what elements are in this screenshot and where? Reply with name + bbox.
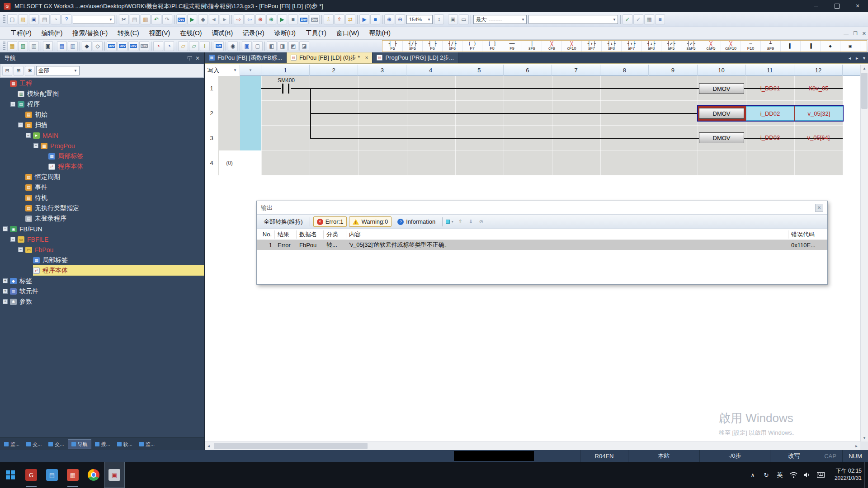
operand1-selected[interactable]: i_DD02 bbox=[746, 106, 794, 121]
cross-reference-icon[interactable]: ◇ bbox=[93, 41, 103, 51]
document-tab-FbPou [FB] [函数/FB标...[interactable]: ▦FbPou [FB] [函数/FB标... bbox=[205, 52, 287, 63]
window-cascade-icon[interactable]: ▣ bbox=[448, 14, 458, 24]
write-to-plc-icon[interactable]: ⇨ bbox=[234, 14, 244, 24]
statement-edit-icon[interactable]: ▱ bbox=[178, 41, 188, 51]
delete-vertical-line-button[interactable]: ╳cF10 bbox=[562, 41, 582, 52]
verify-result-icon[interactable]: ⊕ bbox=[266, 14, 276, 24]
tree-item-参数[interactable]: +参数 bbox=[0, 296, 204, 307]
vertical-scroll-thumb[interactable] bbox=[861, 73, 868, 109]
taskbar-clock[interactable]: 下午 02:15 2022/10/31 bbox=[827, 468, 864, 482]
horizontal-scroll-thumb[interactable] bbox=[214, 443, 368, 449]
tree-item-FB/FUN[interactable]: −FB/FUN bbox=[0, 224, 204, 234]
operand2-label[interactable]: v_05[64] bbox=[794, 134, 843, 141]
watch-monitor-red-icon[interactable]: ◔ bbox=[153, 41, 163, 51]
menu-工具(T)[interactable]: 工具(T) bbox=[301, 29, 331, 37]
rising-pulse-button[interactable]: ┤↑├sF7 bbox=[582, 41, 602, 52]
scroll-up-icon[interactable]: ▲ bbox=[861, 65, 868, 72]
instruction-b-button[interactable]: ▐ bbox=[801, 41, 821, 52]
sync-icon[interactable]: ↻ bbox=[760, 462, 773, 488]
sm-monitor-icon[interactable]: SM bbox=[214, 41, 224, 51]
tree-item-MAIN[interactable]: −MAIN bbox=[0, 130, 204, 141]
tree-item-事件[interactable]: 事件 bbox=[0, 182, 204, 192]
inline-st-icon[interactable]: I bbox=[200, 41, 210, 51]
display-window-icon[interactable]: ▣ bbox=[242, 41, 252, 51]
delete-branch-button[interactable]: ╳caF5 bbox=[701, 41, 721, 52]
save-icon[interactable]: ▣ bbox=[29, 14, 39, 24]
panel-tab-交...[interactable]: 交... bbox=[45, 439, 67, 449]
document-tab-ProgPou [PRG] [LD] 2步...[interactable]: ▤ProgPou [PRG] [LD] 2步... bbox=[373, 52, 458, 63]
panel-tab-交...[interactable]: 交... bbox=[23, 439, 45, 449]
falling-pulse-button[interactable]: ┤↓├sF8 bbox=[602, 41, 622, 52]
coil-button[interactable]: ( )F7 bbox=[462, 41, 482, 52]
expand-icon[interactable]: + bbox=[3, 278, 8, 283]
expand-icon[interactable]: + bbox=[3, 299, 8, 304]
vertical-scrollbar[interactable]: ▲ ▼ bbox=[860, 65, 868, 441]
jump-previous-icon[interactable]: ⇑ bbox=[456, 218, 464, 226]
maximize-button[interactable] bbox=[826, 0, 847, 12]
volume-icon[interactable] bbox=[800, 462, 814, 488]
column-header-no[interactable]: No. bbox=[257, 230, 275, 239]
tree-filter-select[interactable]: 全部 ▼ bbox=[36, 66, 80, 75]
device-read-icon[interactable]: Dev bbox=[310, 14, 320, 24]
jump-next-icon[interactable]: ⇓ bbox=[467, 218, 475, 226]
chevron-down-icon[interactable]: ▼ bbox=[521, 18, 525, 22]
panel-tab-搜...[interactable]: 搜... bbox=[92, 439, 113, 449]
undo-icon[interactable]: ↶ bbox=[151, 14, 161, 24]
navigation-close-icon[interactable]: ✕ bbox=[195, 55, 200, 61]
fb-layer-icon[interactable]: ▧ bbox=[18, 41, 28, 51]
print-icon[interactable]: ▤ bbox=[40, 14, 50, 24]
tree-item-程序本体[interactable]: 程序本体 bbox=[0, 161, 204, 172]
convert-all-button[interactable]: 全部转换(维持) bbox=[260, 216, 307, 228]
taskbar-chrome[interactable] bbox=[83, 462, 104, 488]
project-tree-icon[interactable]: ▦ bbox=[7, 41, 17, 51]
tree-item-待机[interactable]: 待机 bbox=[0, 192, 204, 203]
taskbar-active-window[interactable]: ▣ bbox=[104, 462, 125, 488]
max-display-combo[interactable]: 最大: --------▼ bbox=[473, 15, 527, 24]
tree-item-程序[interactable]: −程序 bbox=[0, 99, 204, 109]
transfer-setup-icon[interactable]: ⇩ bbox=[324, 14, 334, 24]
line-write-button[interactable]: ═F10 bbox=[741, 41, 761, 52]
delete-pulse-button[interactable]: ╳caF10 bbox=[721, 41, 741, 52]
paste-icon[interactable]: ▥ bbox=[141, 14, 151, 24]
chevron-down-icon[interactable]: ▼ bbox=[613, 18, 616, 22]
expand-icon[interactable]: + bbox=[3, 289, 8, 294]
falling-pulse-close-button[interactable]: ┤↓├aF8 bbox=[642, 41, 661, 52]
wifi-icon[interactable] bbox=[787, 462, 800, 488]
tab-close-icon[interactable]: × bbox=[365, 55, 368, 61]
collapse-icon[interactable]: − bbox=[10, 102, 15, 107]
tray-overflow-icon[interactable]: ∧ bbox=[746, 462, 760, 488]
module-configuration-icon[interactable]: ▣ bbox=[43, 41, 53, 51]
panel-tab-导航[interactable]: 导航 bbox=[68, 439, 91, 449]
collapse-icon[interactable]: − bbox=[26, 133, 31, 138]
read-from-plc-icon[interactable]: ⇦ bbox=[245, 14, 255, 24]
touch-keyboard-icon[interactable] bbox=[814, 462, 827, 488]
tree-item-FbPou[interactable]: −FbPou bbox=[0, 244, 204, 255]
tree-item-ProgPou[interactable]: −ProgPou bbox=[0, 141, 204, 151]
page-prev-icon[interactable]: ◄ bbox=[209, 14, 219, 24]
window-split-right-icon[interactable]: ◨ bbox=[278, 41, 288, 51]
instruction-a-button[interactable]: ▌ bbox=[781, 41, 801, 52]
pulse-branch-button[interactable]: ┤≠├aF5 bbox=[661, 41, 681, 52]
header-arrow-cell[interactable]: ▼ bbox=[240, 65, 261, 76]
panel-tab-软...[interactable]: 软... bbox=[114, 439, 136, 449]
device-memory-icon[interactable]: Dev bbox=[118, 41, 127, 51]
panel-tab-监...[interactable]: 监... bbox=[136, 439, 158, 449]
device-comment-icon[interactable]: Dev bbox=[107, 41, 117, 51]
quick-find-combo[interactable]: ▼ bbox=[73, 15, 114, 24]
menu-工程(P)[interactable]: 工程(P) bbox=[5, 29, 37, 37]
expand-tree-icon[interactable]: ⊞ bbox=[14, 66, 24, 76]
tree-item-扫描[interactable]: −扫描 bbox=[0, 120, 204, 130]
application-instruction-button[interactable]: [ ]F8 bbox=[482, 41, 502, 52]
operand1-label[interactable]: i_DD01 bbox=[746, 85, 794, 92]
menu-诊断(D)[interactable]: 诊断(D) bbox=[269, 29, 301, 37]
menu-编辑(E)[interactable]: 编辑(E) bbox=[37, 29, 68, 37]
tree-item-未登录程序[interactable]: 未登录程序 bbox=[0, 213, 204, 224]
device-write-icon[interactable]: Dev bbox=[299, 14, 309, 24]
column-header-category[interactable]: 分类 bbox=[324, 230, 346, 239]
check-program-icon[interactable]: ✓ bbox=[623, 14, 632, 24]
transfer-verify-icon[interactable]: ⇄ bbox=[345, 14, 355, 24]
fit-width-icon[interactable]: ↕ bbox=[434, 14, 444, 24]
clear-output-icon[interactable]: ⊘ bbox=[477, 218, 485, 226]
column-header-result[interactable]: 结果 bbox=[275, 230, 297, 239]
tree-item-模块配置图[interactable]: 模块配置图 bbox=[0, 89, 204, 99]
